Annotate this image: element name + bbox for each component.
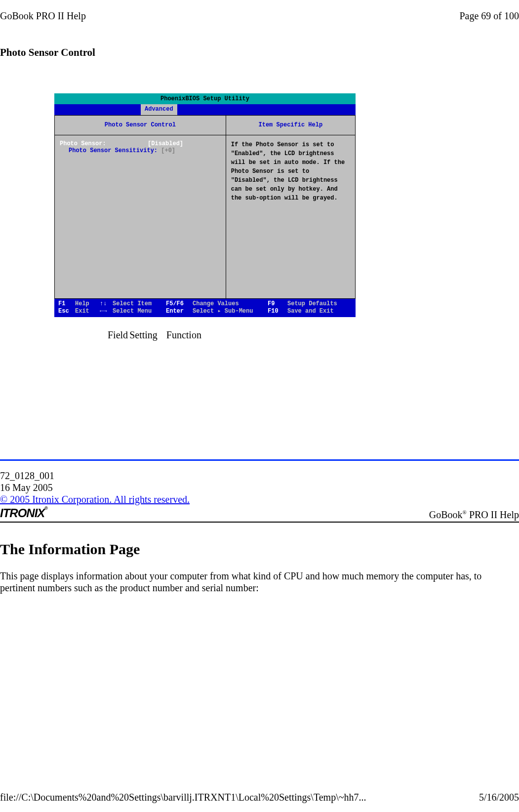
col-function: Function [166, 329, 201, 340]
bios-key-enter: Enter [166, 308, 193, 315]
bios-action-selectitem: Select Item [113, 300, 166, 307]
bios-key-updown: ↑↓ [100, 300, 113, 307]
logo-text: ITRONIX [0, 506, 44, 520]
table-header-row: FieldSettingFunction [108, 329, 519, 341]
bios-photo-sensor-value: [Disabled] [148, 140, 183, 147]
doc-date: 16 May 2005 [0, 482, 519, 493]
bios-key-leftright: ←→ [100, 308, 113, 315]
bios-key-f5f6: F5/F6 [166, 300, 193, 307]
bios-action-saveexit: Save and Exit [287, 308, 334, 315]
help-title-right: GoBook® PRO II Help [429, 509, 519, 521]
bios-photo-sensor-label: Photo Sensor: [60, 140, 106, 147]
bios-action-changevalues: Change Values [193, 300, 268, 307]
header-left: GoBook PRO II Help [0, 10, 86, 22]
bios-action-selectsubmenu: Select ▸ Sub-Menu [193, 308, 268, 315]
page-body-text: This page displays information about you… [0, 570, 519, 594]
bios-key-f1: F1 [58, 300, 75, 307]
bios-title: PhoenixBIOS Setup Utility [54, 93, 356, 104]
bios-key-f10: F10 [268, 308, 287, 315]
header-right: Page 69 of 100 [459, 10, 519, 22]
help-suffix: PRO II Help [467, 509, 519, 520]
col-setting: Setting [129, 329, 158, 340]
footer-path: file://C:\Documents%20and%20Settings\bar… [0, 791, 366, 803]
divider-blue [0, 459, 519, 461]
bios-left-heading: Photo Sensor Control [55, 122, 226, 134]
bios-footer: F1 Help ↑↓ Select Item F5/F6 Change Valu… [54, 299, 356, 317]
bios-key-f9: F9 [268, 300, 287, 307]
doc-number: 72_0128_001 [0, 470, 519, 482]
logo-reg-icon: ® [44, 506, 47, 511]
bios-action-help: Help [75, 300, 100, 307]
bios-right-heading: Item Specific Help [226, 122, 355, 134]
itronix-logo: ITRONIX® [0, 506, 47, 521]
reg-icon: ® [463, 509, 467, 515]
help-prefix: GoBook [429, 509, 463, 520]
copyright-link[interactable]: © 2005 Itronix Corporation. All rights r… [0, 494, 190, 505]
bios-action-setupdefaults: Setup Defaults [287, 300, 337, 307]
bios-sensitivity-label: Photo Sensor Sensitivity: [60, 147, 158, 154]
bios-screenshot: PhoenixBIOS Setup Utility Advanced Photo… [54, 93, 356, 317]
bios-action-exit: Exit [75, 308, 100, 315]
bios-action-selectmenu: Select Menu [113, 308, 166, 315]
section-title: Photo Sensor Control [0, 46, 519, 59]
bios-tab-row: Advanced [54, 104, 356, 115]
footer-date: 5/16/2005 [479, 791, 519, 803]
bios-help-text: If the Photo Sensor is set to "Enabled",… [226, 135, 355, 207]
page-title: The Information Page [0, 540, 519, 558]
bios-sensitivity-value: [+0] [161, 147, 175, 154]
bios-tab-advanced: Advanced [141, 104, 177, 115]
bios-key-esc: Esc [58, 308, 75, 315]
col-field: Field [108, 329, 128, 340]
